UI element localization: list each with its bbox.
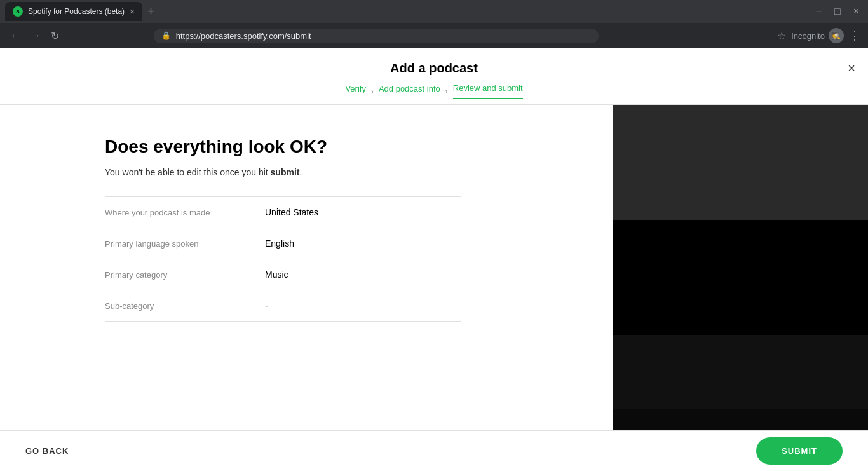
field-label-language: Primary language spoken	[105, 228, 265, 259]
right-panel	[613, 105, 868, 471]
address-bar-input[interactable]: 🔒 https://podcasters.spotify.com/submit	[154, 29, 599, 43]
back-button[interactable]: ←	[8, 27, 23, 44]
tab-title-text: Spotify for Podcasters (beta)	[28, 7, 125, 16]
field-label-country: Where your podcast is made	[105, 197, 265, 228]
section-heading: Does everything look OK?	[105, 137, 562, 157]
breadcrumb-verify[interactable]: Verify	[345, 84, 366, 99]
submit-button[interactable]: SUBMIT	[756, 437, 843, 465]
tab-close-icon[interactable]: ×	[130, 6, 135, 17]
table-row: Primary language spoken English	[105, 228, 461, 259]
browser-tab[interactable]: S Spotify for Podcasters (beta) ×	[5, 2, 142, 21]
page-footer: GO BACK SUBMIT	[0, 430, 868, 471]
field-value-subcategory: -	[265, 290, 461, 322]
info-table: Where your podcast is made United States…	[105, 196, 461, 322]
incognito-label: Incognito	[791, 31, 825, 41]
new-tab-button[interactable]: +	[145, 3, 157, 21]
right-image-medium	[613, 335, 868, 409]
field-value-country: United States	[265, 197, 461, 228]
left-panel: Does everything look OK? You won't be ab…	[0, 105, 613, 471]
right-image-large	[613, 220, 868, 336]
breadcrumb-review-submit[interactable]: Review and submit	[453, 83, 523, 99]
field-value-category: Music	[265, 259, 461, 290]
description-bold: submit	[271, 167, 300, 177]
maximize-button[interactable]: □	[831, 4, 844, 18]
tab-favicon: S	[13, 6, 23, 17]
chrome-menu-button[interactable]: ⋮	[849, 29, 860, 43]
refresh-button[interactable]: ↻	[48, 27, 62, 44]
go-back-button[interactable]: GO BACK	[25, 446, 69, 456]
description-prefix: You won't be able to edit this once you …	[105, 167, 271, 177]
field-value-language: English	[265, 228, 461, 259]
table-row: Where your podcast is made United States	[105, 197, 461, 228]
close-button[interactable]: ×	[848, 61, 855, 76]
field-label-subcategory: Sub-category	[105, 290, 265, 322]
page-header: Add a podcast Verify › Add podcast info …	[0, 48, 868, 105]
description-suffix: .	[299, 167, 302, 177]
main-content: Does everything look OK? You won't be ab…	[0, 105, 868, 471]
close-window-button[interactable]: ×	[850, 4, 863, 18]
incognito-icon: 🕵	[829, 28, 844, 43]
breadcrumb-separator-1: ›	[371, 87, 374, 96]
breadcrumb-add-podcast-info[interactable]: Add podcast info	[379, 84, 440, 99]
page-title: Add a podcast	[0, 61, 868, 76]
table-row: Primary category Music	[105, 259, 461, 290]
bookmark-icon[interactable]: ☆	[777, 30, 786, 42]
breadcrumb: Verify › Add podcast info › Review and s…	[0, 83, 868, 104]
field-label-category: Primary category	[105, 259, 265, 290]
table-row: Sub-category -	[105, 290, 461, 322]
section-description: You won't be able to edit this once you …	[105, 167, 562, 177]
breadcrumb-separator-2: ›	[445, 87, 448, 96]
url-text: https://podcasters.spotify.com/submit	[176, 31, 311, 41]
forward-button[interactable]: →	[28, 27, 43, 44]
lock-icon: 🔒	[161, 31, 171, 40]
minimize-button[interactable]: −	[812, 4, 825, 18]
